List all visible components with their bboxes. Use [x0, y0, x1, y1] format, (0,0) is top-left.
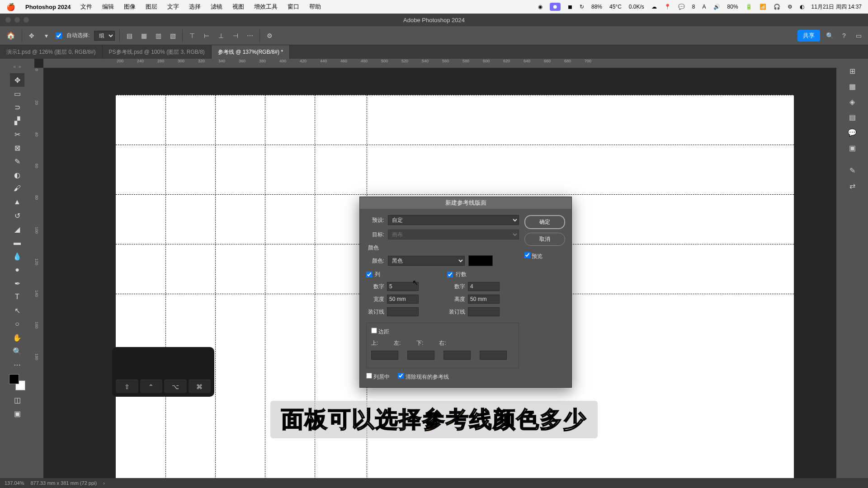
tab-2[interactable]: 参考线 @ 137%(RGB/8#) * [212, 45, 290, 59]
screenshot-icon[interactable]: ⏺ [550, 3, 561, 11]
dialog-title[interactable]: 新建参考线版面 [360, 197, 571, 209]
input-icon[interactable]: A [703, 4, 706, 10]
align-bot-icon[interactable]: ⊥ [216, 31, 226, 41]
app-name[interactable]: Photoshop 2024 [25, 4, 71, 10]
align-top-icon[interactable]: ⊤ [187, 31, 197, 41]
adjustments-icon[interactable]: ✎ [845, 164, 859, 177]
preview-checkbox[interactable] [524, 252, 530, 258]
presets-icon[interactable]: ⇄ [845, 179, 859, 192]
margin-checkbox[interactable] [371, 328, 377, 333]
tab-1[interactable]: PS参考线.psd @ 100% (图层 3, RGB/8) [103, 45, 212, 59]
help-icon[interactable]: ? [839, 31, 849, 41]
menu-select[interactable]: 选择 [189, 3, 201, 11]
record-icon[interactable]: ◉ [538, 4, 542, 10]
align-dist-icon[interactable]: ▧ [168, 31, 178, 41]
libraries-icon[interactable]: ▣ [845, 141, 859, 155]
control-icon[interactable]: ⚙ [788, 4, 793, 10]
row-count-input[interactable] [468, 282, 500, 291]
align-dist-v-icon[interactable]: ⊣ [231, 31, 241, 41]
menu-plugins[interactable]: 增效工具 [254, 3, 278, 11]
cancel-button[interactable]: 取消 [524, 233, 565, 246]
auto-select-checkbox[interactable] [56, 33, 62, 39]
menu-layer[interactable]: 图层 [146, 3, 157, 11]
dropdown-icon[interactable]: ▾ [41, 31, 51, 41]
align-center-icon[interactable]: ▦ [139, 31, 149, 41]
layers-icon[interactable]: ▤ [845, 110, 859, 124]
history-brush-tool[interactable]: ↺ [10, 209, 24, 222]
gradient-tool[interactable]: ▬ [10, 236, 24, 249]
align-mid-icon[interactable]: ⊢ [202, 31, 212, 41]
preset-select[interactable]: 自定 [388, 215, 519, 225]
eyedropper-tool[interactable]: ✎ [10, 155, 24, 168]
pen-tool[interactable]: ✒ [10, 277, 24, 290]
color-swatches[interactable] [9, 374, 25, 390]
menu-window[interactable]: 窗口 [288, 3, 299, 11]
siri-icon[interactable]: ◐ [800, 4, 804, 10]
type-tool[interactable]: T [10, 290, 24, 304]
ruler-vertical[interactable]: 020406080100120140160180 [34, 68, 43, 478]
align-left-icon[interactable]: ▤ [124, 31, 134, 41]
menu-image[interactable]: 图像 [124, 3, 136, 11]
healing-tool[interactable]: ◐ [10, 168, 24, 182]
zoom-tool[interactable]: 🔍 [10, 344, 24, 358]
search-icon[interactable]: 🔍 [825, 31, 835, 41]
preview-option[interactable]: 预览 [524, 252, 565, 260]
swatches-icon[interactable]: ▦ [845, 80, 859, 93]
crop-tool[interactable]: ✂ [10, 127, 24, 141]
menu-type[interactable]: 文字 [167, 3, 179, 11]
ruler-horizontal[interactable]: 2002402803003203403603804004204404604805… [43, 59, 836, 68]
ok-button[interactable]: 确定 [524, 215, 565, 229]
col-gutter-input[interactable] [387, 307, 419, 316]
frame-tool[interactable]: ⊠ [10, 141, 24, 155]
menu-filter[interactable]: 滤镜 [211, 3, 222, 11]
volume-icon[interactable]: 🔊 [713, 4, 720, 10]
row-height-input[interactable] [468, 295, 500, 304]
brush-tool[interactable]: 🖌 [10, 182, 24, 195]
gear-icon[interactable]: ⚙ [264, 31, 274, 41]
zoom-level[interactable]: 137.04% [5, 480, 24, 486]
tab-0[interactable]: 演示1.psd @ 126% (图层 0, RGB/8#) [0, 45, 103, 59]
menu-help[interactable]: 帮助 [309, 3, 321, 11]
hand-tool[interactable]: ✋ [10, 331, 24, 344]
move-tool-icon[interactable]: ✥ [27, 31, 37, 41]
color-select[interactable]: 黑色 [388, 256, 465, 266]
selection-tool[interactable]: ▞ [10, 114, 24, 127]
menu-view[interactable]: 视图 [232, 3, 244, 11]
panel-grip[interactable]: «» [0, 64, 34, 70]
comment-icon[interactable]: 💬 [845, 126, 859, 139]
doc-info[interactable]: 877.33 mm x 381 mm (72 ppi) [30, 480, 97, 486]
col-count-input[interactable] [387, 282, 419, 291]
blur-tool[interactable]: 💧 [10, 249, 24, 263]
headphone-icon[interactable]: 🎧 [774, 4, 780, 10]
screenmode-tool[interactable]: ▣ [10, 407, 24, 420]
wechat-icon[interactable]: 💬 [678, 4, 685, 10]
cloud-icon[interactable]: ☁ [651, 4, 657, 10]
color-swatch[interactable] [468, 255, 493, 266]
menu-edit[interactable]: 编辑 [102, 3, 114, 11]
stop-icon[interactable]: ◼ [568, 4, 572, 10]
share-button[interactable]: 共享 [797, 30, 820, 42]
pin-icon[interactable]: 📍 [664, 4, 671, 10]
quickmask-tool[interactable]: ◫ [10, 393, 24, 407]
more-icon[interactable]: ⋯ [245, 31, 255, 41]
center-checkbox[interactable] [366, 373, 372, 379]
clear-option[interactable]: 清除现有的参考线 [398, 373, 448, 381]
menu-file[interactable]: 文件 [80, 3, 92, 11]
move-tool[interactable]: ✥ [10, 73, 24, 87]
status-chevron-icon[interactable]: › [103, 480, 105, 486]
center-option[interactable]: 列居中 [366, 373, 390, 381]
columns-checkbox[interactable] [366, 272, 372, 277]
shape-tool[interactable]: ○ [10, 317, 24, 331]
color-icon[interactable]: ◈ [845, 95, 859, 108]
marquee-tool[interactable]: ▭ [10, 87, 24, 100]
stamp-tool[interactable]: ▲ [10, 195, 24, 209]
edit-toolbar[interactable]: ⋯ [10, 358, 24, 371]
align-right-icon[interactable]: ▥ [153, 31, 163, 41]
traffic-lights[interactable] [5, 17, 29, 23]
apple-icon[interactable]: 🍎 [6, 3, 15, 11]
battery-icon[interactable]: 🔋 [745, 4, 752, 10]
col-width-input[interactable] [387, 295, 419, 304]
path-tool[interactable]: ↖ [10, 304, 24, 317]
eraser-tool[interactable]: ◢ [10, 222, 24, 236]
wifi-icon[interactable]: 📶 [760, 4, 766, 10]
